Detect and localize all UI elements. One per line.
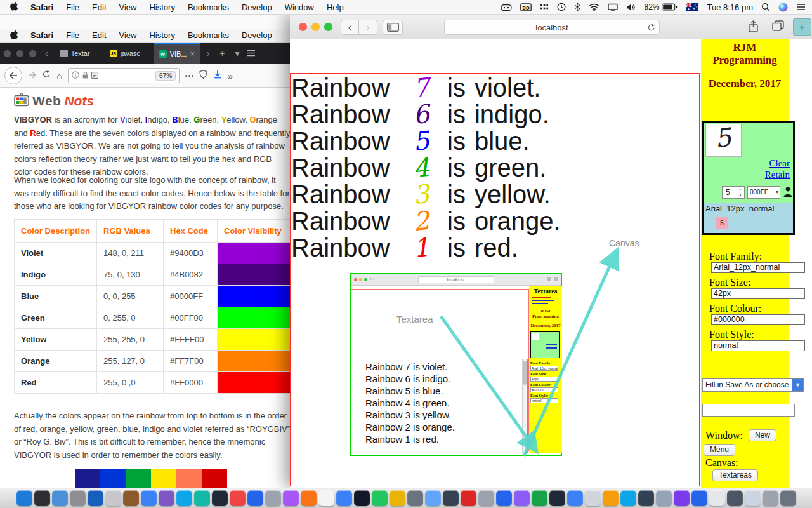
dock-icon[interactable] bbox=[603, 490, 619, 506]
address-bar[interactable]: i 67% bbox=[68, 68, 180, 83]
menu-item[interactable]: View bbox=[119, 30, 137, 40]
sidebar-toggle-button[interactable] bbox=[383, 20, 403, 35]
window-control-dot[interactable] bbox=[4, 50, 11, 57]
tab-overview-icon[interactable] bbox=[772, 20, 784, 34]
dock-icon[interactable] bbox=[52, 490, 68, 506]
dock-icon[interactable] bbox=[390, 490, 405, 506]
share-icon[interactable] bbox=[748, 20, 759, 36]
dock-icon[interactable] bbox=[496, 490, 512, 506]
dock-icon[interactable] bbox=[674, 490, 690, 506]
dock-icon[interactable] bbox=[230, 490, 246, 506]
clear-link[interactable]: Clear bbox=[769, 158, 790, 169]
home-button[interactable]: ⌂ bbox=[56, 70, 62, 81]
tracking-shield-icon[interactable] bbox=[199, 70, 207, 81]
reload-icon[interactable] bbox=[648, 23, 655, 34]
tab-close-icon[interactable]: × bbox=[190, 50, 195, 58]
dock-icon[interactable] bbox=[354, 490, 370, 506]
dock-icon[interactable] bbox=[194, 490, 210, 506]
menu-item[interactable]: Bookmarks bbox=[188, 3, 229, 12]
apple-menu-icon[interactable] bbox=[10, 1, 18, 13]
tab-javascript[interactable]: JS javasc bbox=[105, 43, 150, 64]
dock-icon[interactable] bbox=[372, 490, 388, 506]
window-control-dot[interactable] bbox=[29, 50, 36, 57]
save-as-select[interactable]: Fill in Save As or choose▼ bbox=[702, 378, 804, 392]
dock-icon[interactable] bbox=[514, 490, 530, 506]
menu-item[interactable]: Edit bbox=[92, 3, 106, 12]
menu-item[interactable]: Develop bbox=[242, 30, 272, 40]
digit-preview-canvas[interactable]: 5 bbox=[705, 124, 742, 157]
display-mirroring-icon[interactable] bbox=[608, 3, 618, 11]
dock-icon[interactable] bbox=[620, 490, 636, 506]
tab-scroll-left-icon[interactable]: ‹ bbox=[42, 48, 51, 58]
dock-icon[interactable] bbox=[763, 490, 778, 506]
clock-status-icon[interactable] bbox=[557, 3, 566, 11]
spinner-arrows-icon[interactable]: ▴▾ bbox=[737, 187, 743, 198]
field-input[interactable]: 42px bbox=[711, 288, 805, 299]
new-window-button[interactable]: New bbox=[749, 429, 776, 441]
tab-textarea[interactable]: Textar bbox=[55, 43, 101, 64]
country-flag-icon[interactable] bbox=[686, 3, 698, 11]
dock-icon[interactable] bbox=[105, 490, 121, 506]
dock-icon[interactable] bbox=[141, 490, 157, 506]
dock-icon[interactable] bbox=[34, 490, 50, 506]
dock-icon[interactable] bbox=[780, 490, 796, 506]
dock-icon[interactable] bbox=[532, 490, 547, 506]
window-control-dot[interactable] bbox=[16, 50, 23, 57]
apple-menu-icon[interactable] bbox=[10, 30, 18, 41]
retain-link[interactable]: Retain bbox=[765, 170, 790, 180]
zoom-level-badge[interactable]: 67% bbox=[155, 71, 176, 81]
menu-item[interactable]: Develop bbox=[242, 3, 272, 12]
menu-item[interactable]: Edit bbox=[92, 30, 106, 40]
reload-button[interactable] bbox=[43, 70, 51, 81]
webnots-logo[interactable]: WebNots bbox=[14, 93, 94, 109]
dock-icon[interactable] bbox=[70, 490, 86, 506]
dock-icon[interactable] bbox=[283, 490, 299, 506]
menu-item[interactable]: History bbox=[149, 30, 174, 40]
overflow-chevrons-icon[interactable]: » bbox=[228, 70, 233, 81]
dock-icon[interactable] bbox=[425, 490, 441, 506]
dock-icon[interactable] bbox=[159, 490, 174, 506]
menu-item[interactable]: Window bbox=[285, 3, 314, 12]
bluetooth-icon[interactable] bbox=[574, 3, 580, 11]
menu-item[interactable]: File bbox=[66, 30, 79, 40]
dock-icon[interactable] bbox=[691, 490, 707, 506]
menu-item[interactable]: File bbox=[66, 3, 79, 12]
dock-icon[interactable] bbox=[123, 490, 139, 506]
download-icon[interactable] bbox=[213, 70, 222, 82]
forward-button[interactable] bbox=[28, 70, 37, 81]
menu-item[interactable]: Bookmarks bbox=[188, 30, 229, 40]
dock-icon[interactable] bbox=[407, 490, 423, 506]
menu-item[interactable]: Safari bbox=[30, 3, 53, 12]
new-tab-button[interactable]: + bbox=[793, 18, 811, 36]
tab-scroll-right-icon[interactable]: › bbox=[204, 48, 213, 58]
page-actions-icon[interactable] bbox=[185, 75, 193, 77]
pen-size-spinner[interactable]: 5 ▴▾ bbox=[722, 186, 745, 199]
menu-button[interactable]: Menu bbox=[704, 444, 735, 456]
minimize-window-button[interactable] bbox=[311, 23, 320, 31]
dock-icon[interactable] bbox=[318, 490, 334, 506]
dock-icon[interactable] bbox=[727, 490, 743, 506]
field-input[interactable]: normal bbox=[711, 340, 805, 351]
back-button[interactable]: ‹ bbox=[341, 20, 359, 35]
keyboard-grid-icon[interactable] bbox=[540, 3, 549, 11]
dock-icon[interactable] bbox=[16, 490, 32, 506]
dock-icon[interactable] bbox=[461, 490, 476, 506]
dock-icon[interactable] bbox=[336, 490, 352, 506]
new-tab-icon[interactable]: + bbox=[216, 48, 228, 58]
game-controller-icon[interactable] bbox=[501, 3, 512, 11]
menubar-clock[interactable]: Tue 8:16 pm bbox=[707, 3, 753, 12]
dock-icon[interactable] bbox=[176, 490, 192, 506]
pen-color-select[interactable]: 000FF▾ bbox=[747, 186, 780, 199]
tab-dropdown-icon[interactable]: ▾ bbox=[232, 48, 243, 58]
dd-badge-icon[interactable]: DD bbox=[520, 3, 532, 11]
dock-icon[interactable] bbox=[709, 490, 725, 506]
dock-icon[interactable] bbox=[301, 490, 317, 506]
close-window-button[interactable] bbox=[299, 23, 307, 31]
dock-icon[interactable] bbox=[443, 490, 459, 506]
dock-icon[interactable] bbox=[638, 490, 654, 506]
volume-icon[interactable] bbox=[626, 3, 636, 11]
siri-icon[interactable] bbox=[778, 3, 788, 12]
save-as-input[interactable] bbox=[702, 404, 795, 417]
battery-indicator[interactable]: 82% bbox=[644, 3, 678, 11]
menu-item[interactable]: View bbox=[119, 3, 137, 12]
